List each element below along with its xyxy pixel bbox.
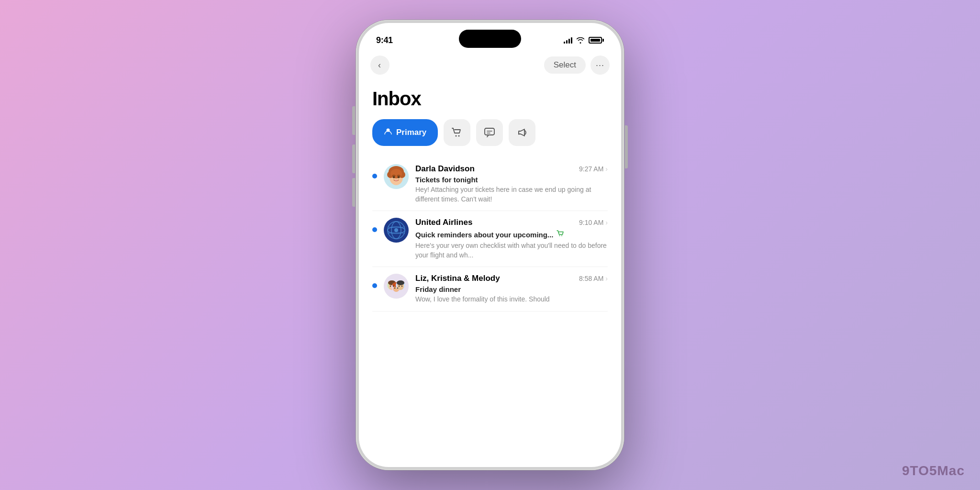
darla-avatar-image xyxy=(384,164,409,189)
svg-rect-3 xyxy=(485,128,494,135)
chevron-right-icon: › xyxy=(605,165,608,173)
tab-shopping[interactable] xyxy=(444,119,470,146)
email-body: Liz, Kristina & Melody 8:58 AM › Friday … xyxy=(415,274,608,304)
status-icons xyxy=(564,37,604,44)
status-bar: 9:41 xyxy=(359,23,621,50)
email-preview: Hey! Attaching your tickets here in case… xyxy=(415,185,608,204)
signal-icon xyxy=(564,37,572,44)
content-area: Inbox Primary xyxy=(359,80,621,312)
avatar xyxy=(384,274,409,299)
email-item[interactable]: United Airlines 9:10 AM › Quick reminder… xyxy=(372,211,608,267)
svg-point-38 xyxy=(401,286,402,287)
phone-shell: 9:41 xyxy=(356,20,624,470)
svg-point-22 xyxy=(561,235,562,236)
sender-name: Liz, Kristina & Melody xyxy=(415,274,500,283)
sender-name: Darla Davidson xyxy=(415,164,475,174)
phone-screen: 9:41 xyxy=(359,23,621,467)
chevron-right-icon: › xyxy=(605,219,608,226)
email-body: United Airlines 9:10 AM › Quick reminder… xyxy=(415,218,608,260)
svg-point-1 xyxy=(456,135,457,137)
chevron-right-icon: › xyxy=(605,275,608,282)
email-preview: Here's your very own checklist with what… xyxy=(415,241,608,260)
avatar xyxy=(384,218,409,243)
back-button[interactable]: ‹ xyxy=(370,56,390,75)
status-time: 9:41 xyxy=(376,35,393,45)
subject-text: Quick reminders about your upcoming... xyxy=(415,231,553,239)
unread-indicator xyxy=(372,283,377,288)
watermark: 9TO5Mac xyxy=(902,463,965,479)
sender-name: United Airlines xyxy=(415,218,472,227)
svg-point-21 xyxy=(559,235,560,236)
email-time: 9:27 AM xyxy=(579,165,603,173)
page-title: Inbox xyxy=(372,88,608,110)
svg-point-35 xyxy=(394,288,395,289)
unread-indicator xyxy=(372,174,377,178)
email-meta: 9:10 AM › xyxy=(579,219,608,226)
chat-icon xyxy=(483,126,496,139)
svg-point-15 xyxy=(395,180,398,181)
email-body: Darla Davidson 9:27 AM › Tickets for ton… xyxy=(415,164,608,204)
shopping-category-badge xyxy=(556,229,565,240)
svg-point-14 xyxy=(398,176,400,178)
svg-point-2 xyxy=(458,135,460,137)
tab-primary-label: Primary xyxy=(396,128,426,137)
dynamic-island xyxy=(459,30,521,48)
email-item[interactable]: Liz, Kristina & Melody 8:58 AM › Friday … xyxy=(372,267,608,312)
united-airlines-avatar-image xyxy=(384,218,409,243)
back-chevron-icon: ‹ xyxy=(378,60,381,70)
email-header: United Airlines 9:10 AM › xyxy=(415,218,608,227)
nav-right-actions: Select ··· xyxy=(544,56,610,75)
email-header: Liz, Kristina & Melody 8:58 AM › xyxy=(415,274,608,283)
email-time: 8:58 AM xyxy=(579,275,603,282)
email-meta: 9:27 AM › xyxy=(579,165,608,173)
tab-primary[interactable]: Primary xyxy=(372,119,438,146)
cart-icon xyxy=(451,126,463,139)
battery-icon xyxy=(589,37,604,44)
wifi-icon xyxy=(576,37,585,44)
person-icon xyxy=(384,127,392,138)
email-subject: Quick reminders about your upcoming... xyxy=(415,229,608,240)
svg-point-32 xyxy=(397,280,404,285)
email-subject: Tickets for tonight xyxy=(415,176,608,184)
more-icon: ··· xyxy=(596,60,604,70)
email-time: 9:10 AM xyxy=(579,219,603,226)
nav-bar: ‹ Select ··· xyxy=(359,50,621,80)
tab-social[interactable] xyxy=(476,119,503,146)
group-avatar-image xyxy=(384,274,409,299)
email-meta: 8:58 AM › xyxy=(579,275,608,282)
more-button[interactable]: ··· xyxy=(590,56,610,75)
unread-indicator xyxy=(372,227,377,232)
avatar xyxy=(384,164,409,189)
phone-container: 9:41 xyxy=(356,20,624,470)
tab-promotions[interactable] xyxy=(509,119,535,146)
email-header: Darla Davidson 9:27 AM › xyxy=(415,164,608,174)
svg-point-20 xyxy=(394,228,398,232)
svg-point-33 xyxy=(390,286,391,287)
email-preview: Wow, I love the formality of this invite… xyxy=(415,295,608,304)
svg-point-13 xyxy=(393,176,395,178)
svg-point-12 xyxy=(390,169,402,178)
email-list: Darla Davidson 9:27 AM › Tickets for ton… xyxy=(372,157,608,312)
select-button[interactable]: Select xyxy=(544,56,586,74)
megaphone-icon xyxy=(516,126,528,139)
svg-point-36 xyxy=(397,288,398,289)
svg-point-37 xyxy=(399,286,400,287)
category-tabs: Primary xyxy=(372,119,608,146)
svg-point-34 xyxy=(393,286,394,287)
email-subject: Friday dinner xyxy=(415,285,608,293)
email-item[interactable]: Darla Davidson 9:27 AM › Tickets for ton… xyxy=(372,157,608,211)
